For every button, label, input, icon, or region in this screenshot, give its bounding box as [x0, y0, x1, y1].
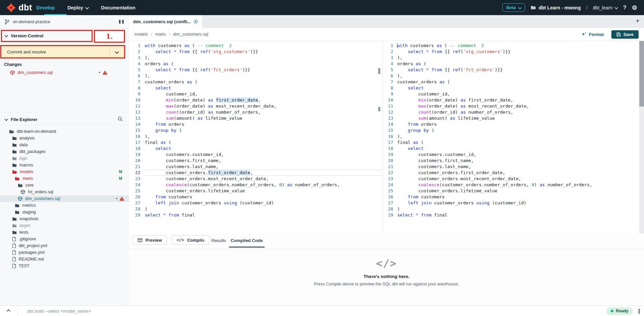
code-line[interactable]: 3), [384, 55, 633, 61]
code-line[interactable]: 25 customer_orders.lifetime_value [129, 188, 382, 194]
code-line[interactable]: 29select * from final [384, 212, 633, 218]
code-line[interactable]: 8 select [129, 85, 382, 91]
code-line[interactable]: 29select * from final [129, 212, 382, 218]
tree-item-fct-orders-sql[interactable]: fct_orders.sql [0, 189, 129, 195]
tree-item-dim-customers-sql[interactable]: dim_customers.sql• [0, 195, 129, 202]
code-line[interactable]: 4orders as ( [384, 61, 633, 67]
scroll-marker[interactable] [378, 107, 380, 111]
code-line[interactable]: 20 customers.first_name, [384, 158, 633, 164]
format-button[interactable]: Format [581, 32, 604, 37]
save-button[interactable]: Save [611, 30, 639, 39]
code-line[interactable]: 25 customer_orders.lifetime_value [384, 188, 633, 194]
code-line[interactable]: 23 customer_orders.most_recent_order_dat… [129, 176, 382, 182]
code-line[interactable]: 7customer_orders as ( [384, 79, 633, 85]
tree-item-core[interactable]: core [0, 182, 129, 189]
tree-item-readme-md[interactable]: README.md [0, 256, 129, 263]
code-line[interactable]: 2 select * from {{ ref('stg_customers')}… [129, 49, 382, 55]
code-line[interactable]: 17final as ( [384, 140, 633, 146]
code-line[interactable]: 18 select [384, 146, 633, 152]
code-line[interactable]: 22 customer_orders.first_order_date, [129, 170, 382, 176]
code-line[interactable]: 6), [129, 73, 382, 79]
tree-item-dbt-learn-on-demand[interactable]: dbt-learn-on-demand [0, 128, 129, 135]
code-line[interactable]: 15 group by 1 [384, 127, 633, 133]
code-line[interactable]: 27 left join customer_orders using (cust… [129, 200, 382, 206]
code-line[interactable]: 26 from customers [384, 194, 633, 200]
code-line[interactable]: 18 select [129, 146, 382, 152]
tab-dim-customers[interactable]: dim_customers.sql (confli... [129, 15, 202, 28]
tree-item-packages-yml[interactable]: packages.yml [0, 249, 129, 256]
code-line[interactable]: 14 from orders [384, 121, 633, 127]
code-line[interactable]: 5 select * from {{ ref('fct_orders')}} [384, 67, 633, 73]
code-line[interactable]: 13 sum(amount) as lifetime_value [129, 115, 382, 121]
tree-item-tests[interactable]: tests [0, 229, 129, 236]
code-line[interactable]: 1with customers as ( -- comment 2 [384, 43, 633, 49]
tree-item-data[interactable]: data [0, 142, 129, 148]
code-line[interactable]: 17final as ( [129, 140, 382, 146]
compile-button[interactable]: </> Compile [172, 235, 209, 245]
breadcrumb-file[interactable]: dim_customers.sql [173, 32, 208, 37]
search-icon[interactable] [117, 116, 123, 122]
project-switcher[interactable]: dbt_learn [593, 5, 617, 10]
code-line[interactable]: 19 customers.customer_id, [129, 152, 382, 158]
nav-deploy[interactable]: Deploy [67, 5, 88, 10]
code-line[interactable]: 12 count(order_id) as number_of_orders, [384, 109, 633, 115]
code-line[interactable]: 24 coalesce(customer_orders.number_of_or… [384, 182, 633, 188]
tab-compiled-code[interactable]: Compiled Code [229, 238, 265, 243]
editor-pane-left[interactable]: 1with customers as ( -- comment 22 selec… [129, 41, 382, 234]
tree-item-test[interactable]: TEST [0, 263, 129, 269]
gear-icon[interactable]: ⚙ [632, 4, 637, 11]
code-line[interactable]: 12 count(order_id) as number_of_orders, [129, 109, 382, 115]
pane-divider[interactable] [382, 41, 383, 234]
code-line[interactable]: 9 customer_id, [384, 91, 633, 97]
tree-item-analysis[interactable]: analysis [0, 135, 129, 142]
new-tab-button[interactable]: + [636, 17, 640, 25]
code-line[interactable]: 28) [129, 206, 382, 212]
code-line[interactable]: 14 from orders [129, 121, 382, 127]
tree-item-logs[interactable]: logs [0, 155, 129, 162]
code-line[interactable]: 5 select * from {{ ref('fct_orders')}} [129, 67, 382, 73]
code-line[interactable]: 4orders as ( [129, 61, 382, 67]
tree-item-target[interactable]: target [0, 222, 129, 229]
breadcrumb-marts[interactable]: marts [155, 32, 166, 37]
code-line[interactable]: 11 max(order_date) as most_recent_order_… [129, 103, 382, 109]
kebab-menu-icon[interactable]: ••• [638, 309, 640, 314]
preview-button[interactable]: Preview [133, 235, 167, 245]
chevron-up-icon[interactable] [7, 309, 10, 313]
code-line[interactable]: 10 min(order_date) as first_order_date, [384, 97, 633, 103]
breadcrumb-models[interactable]: models [134, 32, 148, 37]
commit-dropdown-toggle[interactable] [109, 47, 123, 57]
code-line[interactable]: 24 coalesce(customer_orders.number_of_or… [129, 182, 382, 188]
account-switcher[interactable]: dbt Learn - mwong [531, 5, 581, 10]
nav-develop[interactable]: Develop [36, 5, 55, 10]
scroll-marker[interactable] [378, 68, 380, 74]
help-icon[interactable]: ? [623, 4, 626, 11]
code-line[interactable]: 16), [384, 133, 633, 140]
tree-item-dbt-project-yml[interactable]: dbt_project.yml [0, 242, 129, 249]
nav-documentation[interactable]: Documentation [101, 5, 135, 10]
code-line[interactable]: 2 select * from {{ ref('stg_customers')}… [384, 49, 633, 55]
tree-item-staging[interactable]: staging [0, 209, 129, 215]
code-line[interactable]: 11 max(order_date) as most_recent_order_… [384, 103, 633, 109]
branch-row[interactable]: on-demand-practice [0, 15, 129, 29]
code-line[interactable]: 13 sum(amount) as lifetime_value [384, 115, 633, 121]
code-line[interactable]: 15 group by 1 [129, 127, 382, 133]
code-line[interactable]: 7customer_orders as ( [129, 79, 382, 85]
scrollbar-thumb[interactable] [639, 41, 644, 107]
changed-file-row[interactable]: dim_customers.sql • [0, 69, 129, 76]
tree-item--gitignore[interactable]: .gitignore [0, 236, 129, 242]
tree-item-snapshots[interactable]: snapshots [0, 215, 129, 222]
tree-item-metrics[interactable]: metrics [0, 202, 129, 209]
code-line[interactable]: 22 customer_orders.first_order_date, [384, 170, 633, 176]
code-line[interactable]: 28) [384, 206, 633, 212]
tree-item-marts[interactable]: martsM [0, 175, 129, 182]
editor-pane-right[interactable]: 1with customers as ( -- comment 22 selec… [384, 41, 633, 234]
tree-item-dbt-packages[interactable]: dbt_packages [0, 148, 129, 155]
file-explorer-header[interactable]: File Explorer [0, 114, 129, 125]
code-line[interactable]: 16), [129, 133, 382, 140]
tab-results[interactable]: Results [211, 238, 226, 243]
command-input[interactable]: dbt build --select <model_name> [27, 309, 91, 314]
code-line[interactable]: 21 customers.last_name, [384, 164, 633, 170]
tree-item-models[interactable]: modelsM [0, 168, 129, 175]
code-line[interactable]: 21 customers.last_name, [129, 164, 382, 170]
code-line[interactable]: 8 select [384, 85, 633, 91]
